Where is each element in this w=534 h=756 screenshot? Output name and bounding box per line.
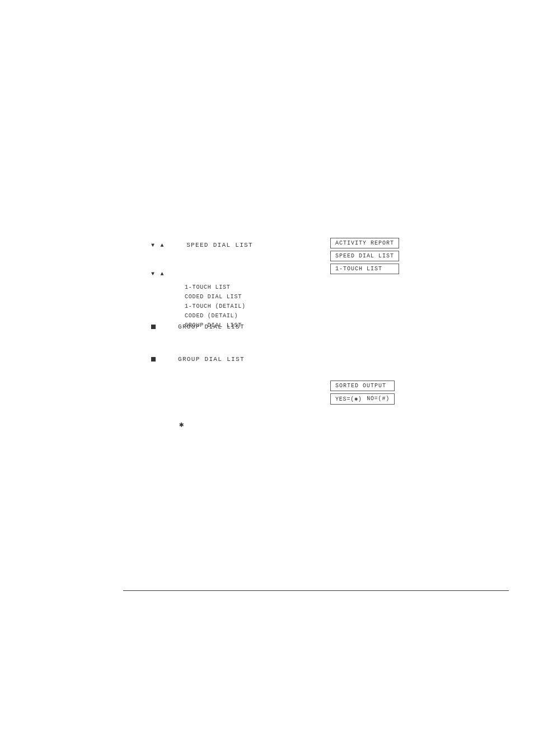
list-item-coded-dial[interactable]: CODED DIAL LIST [185,293,246,301]
speed-dial-row: ▼ ▲ SPEED DIAL LIST [151,242,253,248]
speed-dial-label: SPEED DIAL LIST [186,242,253,248]
menu-box-activity-report[interactable]: ACTIVITY REPORT [330,238,399,248]
menu-boxes: ACTIVITY REPORT SPEED DIAL LIST 1-TOUCH … [330,238,399,274]
no-label: NO=(#) [367,396,390,402]
yes-label: YES=(✱) [335,396,362,402]
arrow-down-icon[interactable]: ▼ [151,242,155,248]
list-item-1touch[interactable]: 1-TOUCH LIST [185,283,246,292]
sorted-output-area: SORTED OUTPUT YES=(✱) NO=(#) [330,381,395,405]
yes-no-box[interactable]: YES=(✱) NO=(#) [330,393,395,405]
bullet-icon-2 [151,357,156,361]
arrow-up-icon[interactable]: ▲ [161,242,165,248]
group-dial-label-2: GROUP DIAL LIST [178,356,245,363]
menu-box-speed-dial-list[interactable]: SPEED DIAL LIST [330,251,399,261]
group-dial-label-1: GROUP DIAL LIST [178,323,245,330]
page-content: ▼ ▲ SPEED DIAL LIST ACTIVITY REPORT SPEE… [0,0,534,756]
star-symbol: ✱ [179,420,184,429]
arrows-row2: ▼ ▲ [151,271,164,277]
submenu-list: 1-TOUCH LIST CODED DIAL LIST 1-TOUCH (DE… [185,283,246,330]
sorted-output-box[interactable]: SORTED OUTPUT [330,381,395,391]
bullet-icon-1 [151,325,156,329]
group-dial-row2: GROUP DIAL LIST [151,356,245,363]
menu-box-1-touch-list[interactable]: 1-TOUCH LIST [330,264,399,274]
list-item-coded-detail[interactable]: CODED (DETAIL) [185,312,246,320]
list-item-1touch-detail[interactable]: 1-TOUCH (DETAIL) [185,302,246,311]
arrow-up-2-icon[interactable]: ▲ [161,271,165,277]
bottom-divider [123,590,509,591]
arrow-down-2-icon[interactable]: ▼ [151,271,155,277]
group-dial-row1: GROUP DIAL LIST [151,323,245,330]
